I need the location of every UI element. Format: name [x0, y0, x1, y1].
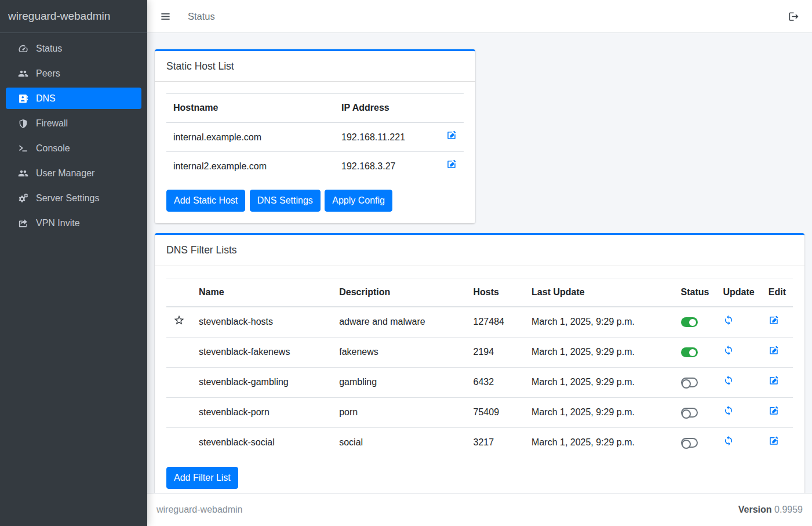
add-filter-list-button[interactable]: Add Filter List: [166, 467, 238, 489]
col-description: Description: [332, 278, 466, 307]
filter-hosts-cell: 75409: [467, 397, 525, 427]
filter-hosts-cell: 2194: [467, 337, 525, 367]
static-host-header-row: Hostname IP Address: [166, 94, 464, 123]
sidebar-item-user-manager[interactable]: User Manager: [6, 162, 141, 184]
filter-hosts-cell: 127484: [467, 307, 525, 338]
static-host-table: Hostname IP Address internal.example.com…: [166, 93, 464, 180]
sidebar-item-server-settings[interactable]: Server Settings: [6, 187, 141, 209]
logout-icon[interactable]: [788, 11, 799, 22]
col-edit: Edit: [762, 278, 793, 307]
filter-header-row: Name Description Hosts Last Update Statu…: [166, 278, 793, 307]
edit-icon[interactable]: [446, 130, 457, 140]
dns-filter-lists-card: DNS Filter Lists Name Description Hosts: [155, 233, 804, 493]
filter-last-update-cell: March 1, 2025, 9:29 p.m.: [525, 367, 674, 397]
filter-hosts-cell: 6432: [467, 367, 525, 397]
footer-version-value: 0.9959: [774, 505, 803, 514]
filter-name-cell: stevenblack-social: [192, 427, 332, 458]
sync-icon[interactable]: [723, 345, 734, 355]
hostname-cell: internal2.example.com: [166, 152, 334, 181]
ip-cell: 192.168.11.221: [334, 122, 439, 152]
col-host-edit: [439, 94, 464, 123]
edit-icon[interactable]: [769, 345, 779, 355]
dns-settings-button[interactable]: DNS Settings: [250, 190, 321, 212]
filter-list-row: stevenblack-hosts adware and malware 127…: [166, 307, 793, 338]
brand-title[interactable]: wireguard-webadmin: [0, 0, 147, 33]
content: Static Host List Hostname IP Address int…: [147, 33, 812, 493]
col-last-update: Last Update: [525, 278, 674, 307]
sidebar-item-firewall[interactable]: Firewall: [6, 113, 141, 134]
filter-name-cell: stevenblack-porn: [192, 397, 332, 427]
col-hosts: Hosts: [467, 278, 525, 307]
apply-config-button[interactable]: Apply Config: [325, 190, 392, 212]
col-name: Name: [192, 278, 332, 307]
users-icon: [17, 68, 29, 79]
filter-name-cell: stevenblack-hosts: [192, 307, 332, 338]
footer-brand: wireguard-webadmin: [156, 503, 243, 517]
sidebar: wireguard-webadmin Status Peers DNS Fire…: [0, 0, 147, 526]
ip-cell: 192.168.3.27: [334, 152, 439, 181]
main-column: Status Static Host List Hostname IP Addr…: [147, 0, 812, 526]
footer-version: Version 0.9959: [738, 503, 803, 517]
filter-list-row: stevenblack-fakenews fakenews 2194 March…: [166, 337, 793, 367]
add-static-host-button[interactable]: Add Static Host: [166, 190, 245, 212]
share-square-icon: [17, 218, 29, 228]
dns-filter-lists-title: DNS Filter Lists: [155, 235, 804, 266]
sidebar-nav: Status Peers DNS Firewall Console User M…: [0, 33, 147, 242]
shield-icon: [17, 118, 29, 129]
sync-icon[interactable]: [723, 315, 734, 325]
toggle-on-icon[interactable]: [681, 347, 698, 357]
col-ip: IP Address: [334, 94, 439, 123]
filter-list-row: stevenblack-gambling gambling 6432 March…: [166, 367, 793, 397]
filter-description-cell: social: [332, 427, 466, 458]
sidebar-item-status[interactable]: Status: [6, 38, 141, 59]
terminal-icon: [17, 143, 29, 154]
sync-icon[interactable]: [723, 405, 734, 416]
static-host-row: internal.example.com 192.168.11.221: [166, 122, 464, 152]
col-update: Update: [716, 278, 762, 307]
filter-name-cell: stevenblack-fakenews: [192, 337, 332, 367]
col-hostname: Hostname: [166, 94, 334, 123]
edit-icon[interactable]: [769, 405, 779, 416]
filter-description-cell: gambling: [332, 367, 466, 397]
tachometer-icon: [17, 43, 29, 54]
sync-icon[interactable]: [723, 436, 734, 446]
footer-version-label: Version: [738, 505, 772, 514]
filter-last-update-cell: March 1, 2025, 9:29 p.m.: [525, 427, 674, 458]
edit-icon[interactable]: [769, 375, 779, 386]
toggle-off-icon[interactable]: [681, 408, 698, 418]
sidebar-item-console[interactable]: Console: [6, 137, 141, 159]
edit-icon[interactable]: [769, 315, 779, 325]
filter-list-row: stevenblack-porn porn 75409 March 1, 202…: [166, 397, 793, 427]
sync-icon[interactable]: [723, 375, 734, 386]
filter-hosts-cell: 3217: [467, 427, 525, 458]
filter-description-cell: adware and malware: [332, 307, 466, 338]
filter-last-update-cell: March 1, 2025, 9:29 p.m.: [525, 337, 674, 367]
static-host-card-title: Static Host List: [155, 51, 475, 82]
edit-icon[interactable]: [769, 436, 779, 446]
filter-list-row: stevenblack-social social 3217 March 1, …: [166, 427, 793, 458]
col-star: [166, 278, 192, 307]
topbar: Status: [147, 0, 812, 33]
toggle-off-icon[interactable]: [681, 438, 698, 448]
hostname-cell: internal.example.com: [166, 122, 334, 152]
topbar-title[interactable]: Status: [188, 9, 215, 24]
footer: wireguard-webadmin Version 0.9959: [147, 493, 812, 526]
toggle-off-icon[interactable]: [681, 378, 698, 387]
static-host-card: Static Host List Hostname IP Address int…: [155, 49, 475, 223]
col-status: Status: [674, 278, 716, 307]
star-icon: [173, 314, 185, 326]
address-book-icon: [17, 93, 29, 104]
filter-description-cell: fakenews: [332, 337, 466, 367]
sidebar-item-peers[interactable]: Peers: [6, 63, 141, 84]
edit-icon[interactable]: [446, 159, 457, 169]
filter-description-cell: porn: [332, 397, 466, 427]
toggle-on-icon[interactable]: [681, 317, 698, 327]
dns-filter-table: Name Description Hosts Last Update Statu…: [166, 278, 793, 458]
static-host-row: internal2.example.com 192.168.3.27: [166, 152, 464, 181]
sidebar-item-vpn-invite[interactable]: VPN Invite: [6, 212, 141, 234]
filter-last-update-cell: March 1, 2025, 9:29 p.m.: [525, 307, 674, 338]
filter-name-cell: stevenblack-gambling: [192, 367, 332, 397]
menu-toggle-icon[interactable]: [160, 11, 171, 22]
filter-last-update-cell: March 1, 2025, 9:29 p.m.: [525, 397, 674, 427]
sidebar-item-dns[interactable]: DNS: [6, 88, 141, 109]
